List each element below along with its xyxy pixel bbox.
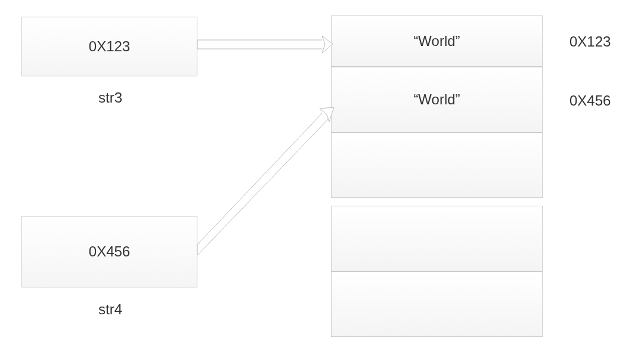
arrow-str4-to-cell1 <box>197 107 334 255</box>
pointer-label-str4: str4 <box>98 301 122 318</box>
svg-line-4 <box>197 113 322 245</box>
pointer-label-str3: str3 <box>98 89 122 106</box>
memory-cell-2 <box>331 132 543 198</box>
memory-cell-4 <box>331 271 543 337</box>
memory-cell-3 <box>331 206 543 271</box>
memory-cell-value-1: “World” <box>413 91 460 108</box>
memory-cell-value-0: “World” <box>413 33 460 49</box>
pointer-value-str4: 0X456 <box>89 243 130 260</box>
pointer-box-str3: 0X123 <box>21 17 197 76</box>
memory-cell-0: “World” <box>331 16 543 67</box>
memory-address-0: 0X123 <box>569 33 611 50</box>
pointer-value-str3: 0X123 <box>89 38 130 55</box>
pointer-box-str4: 0X456 <box>21 216 197 287</box>
arrow-str3-to-cell0 <box>197 36 333 53</box>
svg-line-5 <box>197 118 329 255</box>
memory-address-1: 0X456 <box>569 92 611 109</box>
memory-cell-1: “World” <box>331 67 543 132</box>
